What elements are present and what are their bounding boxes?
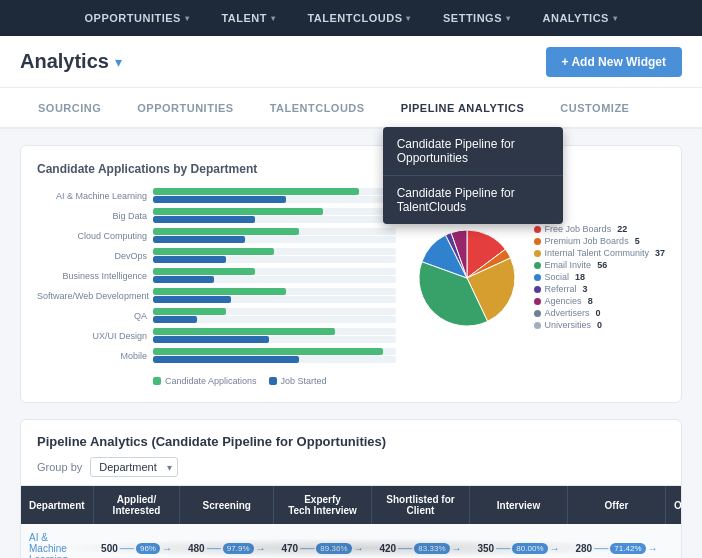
pie-legend-dot [534, 286, 541, 293]
pie-legend-row: Universities 0 [534, 320, 665, 330]
tab-pipeline[interactable]: PIPELINE ANALYTICS [383, 88, 543, 129]
pie-legend-value: 0 [597, 320, 602, 330]
tab-talentclouds[interactable]: TALENTCLOUDS [252, 88, 383, 129]
job-color-swatch [269, 377, 277, 385]
bar-group [153, 268, 396, 283]
pipeline-option-talentclouds[interactable]: Candidate Pipeline for TalentClouds [383, 176, 563, 224]
tab-opportunities[interactable]: OPPORTUNITIES [119, 88, 251, 129]
candidate-bar-track [153, 228, 396, 235]
col-applied: Applied/Interested [93, 486, 180, 524]
pie-legend: Free Job Boards 22 Premium Job Boards 5 … [534, 224, 665, 332]
candidate-bar-track [153, 208, 396, 215]
legend-candidate-label: Candidate Applications [165, 376, 257, 386]
bar-label: AI & Machine Learning [37, 191, 147, 201]
pie-legend-label: Email Invite [545, 260, 592, 270]
job-bar-track [153, 236, 396, 243]
bar-label: UX/UI Design [37, 331, 147, 341]
candidate-bar-fill [153, 328, 335, 335]
pie-legend-label: Free Job Boards [545, 224, 612, 234]
bar-row: DevOps [37, 248, 396, 263]
candidate-bar-fill [153, 308, 226, 315]
add-widget-button[interactable]: + Add New Widget [546, 47, 682, 77]
candidate-bar-fill [153, 228, 299, 235]
nav-talentclouds[interactable]: TALENTCLOUDS ▾ [307, 12, 411, 24]
tab-customize[interactable]: CUSTOMIZE [542, 88, 647, 129]
bar-group [153, 288, 396, 303]
job-bar-fill [153, 256, 226, 263]
main-panel: Candidate Applications by Department AI … [0, 129, 702, 558]
candidate-bar-fill [153, 208, 323, 215]
pie-legend-row: Free Job Boards 22 [534, 224, 665, 234]
pie-legend-label: Universities [545, 320, 592, 330]
bar-label: Cloud Computing [37, 231, 147, 241]
pie-legend-row: Referral 3 [534, 284, 665, 294]
candidate-bar-fill [153, 288, 286, 295]
nav-opportunities[interactable]: OPPORTUNITIES ▾ [85, 12, 190, 24]
bar-label: Big Data [37, 211, 147, 221]
page-title-area: Analytics ▾ [20, 50, 122, 73]
job-bar-fill [153, 336, 269, 343]
pie-section: Free Job Boards 22 Premium Job Boards 5 … [412, 223, 665, 333]
pie-legend-dot [534, 238, 541, 245]
pie-legend-value: 3 [583, 284, 588, 294]
pie-legend-dot [534, 262, 541, 269]
pie-legend-row: Advertisers 0 [534, 308, 665, 318]
bar-row: Mobile [37, 348, 396, 363]
nav-talent[interactable]: TALENT ▾ [221, 12, 275, 24]
chevron-down-icon: ▾ [406, 14, 411, 23]
bar-row: AI & Machine Learning [37, 188, 396, 203]
bar-label: Business Intelligence [37, 271, 147, 281]
chevron-down-icon: ▾ [506, 14, 511, 23]
bar-label: Software/Web Development [37, 291, 147, 301]
dropdown-arrow-icon[interactable]: ▾ [115, 54, 122, 70]
candidate-bar-track [153, 288, 396, 295]
pie-legend-value: 56 [597, 260, 607, 270]
job-bar-track [153, 356, 396, 363]
chart-widget: Candidate Applications by Department AI … [20, 145, 682, 403]
col-offer: Offer [568, 486, 666, 524]
candidate-bar-fill [153, 248, 274, 255]
tabs-bar: SOURCING OPPORTUNITIES TALENTCLOUDS PIPE… [0, 88, 702, 129]
bar-label: DevOps [37, 251, 147, 261]
pie-legend-value: 5 [635, 236, 640, 246]
group-by-select-wrapper[interactable]: Department [90, 457, 178, 477]
tab-pipeline-wrapper: PIPELINE ANALYTICS Candidate Pipeline fo… [383, 88, 543, 127]
bar-label: Mobile [37, 351, 147, 361]
tab-sourcing[interactable]: SOURCING [20, 88, 119, 129]
pie-legend-value: 37 [655, 248, 665, 258]
main-content: SOURCING OPPORTUNITIES TALENTCLOUDS PIPE… [0, 88, 702, 558]
cell-department: AI & Machine Learning [21, 524, 93, 558]
nav-analytics[interactable]: ANALYTICS ▾ [543, 12, 618, 24]
group-by-select[interactable]: Department [90, 457, 178, 477]
pie-legend-value: 0 [596, 308, 601, 318]
job-bar-track [153, 196, 396, 203]
pie-legend-dot [534, 310, 541, 317]
chevron-down-icon: ▾ [613, 14, 618, 23]
bar-row: Business Intelligence [37, 268, 396, 283]
pipeline-title: Pipeline Analytics (Candidate Pipeline f… [37, 434, 665, 449]
bar-row: Big Data [37, 208, 396, 223]
candidate-bar-track [153, 268, 396, 275]
chevron-down-icon: ▾ [271, 14, 276, 23]
bar-group [153, 188, 396, 203]
legend-candidate: Candidate Applications [153, 376, 257, 386]
bar-row: QA [37, 308, 396, 323]
pie-legend-value: 22 [617, 224, 627, 234]
page-title: Analytics [20, 50, 109, 73]
bar-group [153, 208, 396, 223]
candidate-bar-track [153, 348, 396, 355]
bar-group [153, 328, 396, 343]
nav-settings[interactable]: SETTINGS ▾ [443, 12, 511, 24]
pie-legend-label: Referral [545, 284, 577, 294]
job-bar-track [153, 276, 396, 283]
candidate-bar-track [153, 248, 396, 255]
pipeline-option-opportunities[interactable]: Candidate Pipeline for Opportunities [383, 127, 563, 176]
candidate-bar-fill [153, 268, 255, 275]
pipeline-header: Pipeline Analytics (Candidate Pipeline f… [21, 420, 681, 486]
col-tech-interview: ExperfyTech Interview [274, 486, 372, 524]
bar-row: Cloud Computing [37, 228, 396, 243]
candidate-bar-fill [153, 188, 359, 195]
job-bar-fill [153, 276, 214, 283]
group-by-row: Group by Department [37, 457, 665, 477]
bar-label: QA [37, 311, 147, 321]
